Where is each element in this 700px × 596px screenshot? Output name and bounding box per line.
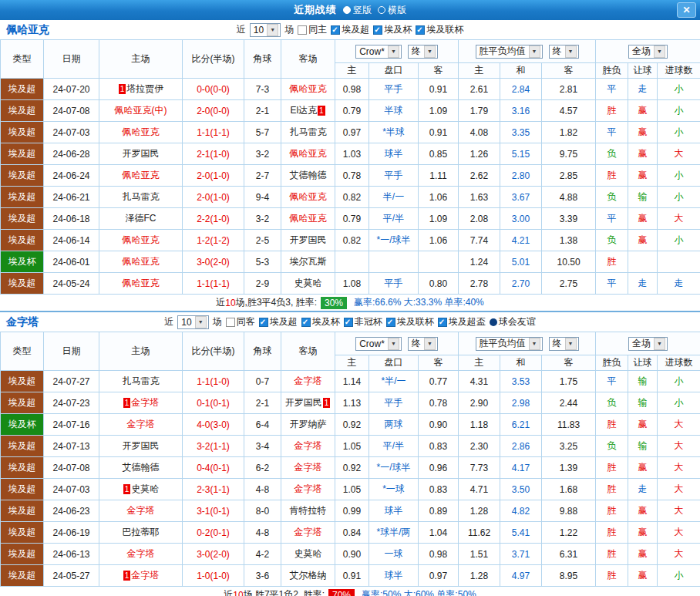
team-name-link[interactable]: 史莫哈 bbox=[131, 483, 159, 494]
team-name-link[interactable]: 埃尔瓦斯 bbox=[290, 256, 327, 267]
same-venue-filter[interactable]: 同客 bbox=[226, 315, 255, 328]
league-filter[interactable]: 埃及联杯 bbox=[386, 315, 434, 328]
league-checkbox[interactable] bbox=[301, 318, 311, 327]
odds-final-select[interactable]: 终▼ bbox=[408, 45, 438, 59]
team-name-link[interactable]: 佩哈亚克 bbox=[123, 170, 160, 180]
recent-count-select[interactable]: 10▼ bbox=[250, 23, 281, 37]
same-venue-filter[interactable]: 同主 bbox=[298, 23, 327, 36]
same-venue-checkbox[interactable] bbox=[298, 25, 307, 35]
team-name-link[interactable]: 开罗国民 bbox=[123, 148, 160, 159]
score-cell[interactable]: 0-1(0-1) bbox=[183, 392, 244, 414]
team-name-link[interactable]: 艾德翰德 bbox=[290, 170, 327, 180]
same-venue-checkbox[interactable] bbox=[226, 318, 235, 327]
avg-final-select[interactable]: 终▼ bbox=[549, 45, 579, 59]
team-name-link[interactable]: 佩哈亚克 bbox=[290, 191, 327, 202]
league-filter[interactable]: 埃及联杯 bbox=[416, 23, 463, 36]
league-checkbox[interactable] bbox=[344, 318, 353, 327]
team-name-link[interactable]: 开罗国民 bbox=[285, 397, 322, 408]
recent-count-select[interactable]: 10▼ bbox=[177, 315, 208, 329]
league-filter[interactable]: 球会友谊 bbox=[490, 315, 536, 328]
team-name-link[interactable]: 佩哈亚克 bbox=[123, 256, 160, 267]
league-filter[interactable]: 埃及超 bbox=[331, 23, 369, 36]
league-checkbox[interactable] bbox=[386, 318, 395, 327]
chevron-down-icon: ▼ bbox=[565, 338, 577, 350]
team-name-link[interactable]: 佩哈亚克 bbox=[123, 234, 160, 245]
score-cell[interactable]: 1-1(1-1) bbox=[183, 273, 244, 295]
league-filter[interactable]: 埃及超盃 bbox=[438, 315, 486, 328]
team-name-link[interactable]: 金字塔 bbox=[294, 462, 322, 473]
odds-company-select[interactable]: Crow*▼ bbox=[355, 45, 402, 59]
score-cell[interactable]: 2-2(1-0) bbox=[183, 208, 244, 230]
team-name-link[interactable]: 佩哈亚克 bbox=[290, 148, 327, 159]
score-cell[interactable]: 2-3(1-1) bbox=[183, 479, 244, 500]
close-button[interactable]: ✕ bbox=[677, 2, 696, 18]
team-name-link[interactable]: 扎马雷克 bbox=[123, 191, 160, 202]
team-name-link[interactable]: 塔拉贾伊 bbox=[126, 83, 163, 94]
team-name-link[interactable]: 金字塔 bbox=[127, 505, 155, 516]
team-name-link[interactable]: 金字塔 bbox=[294, 440, 322, 451]
team-name-link[interactable]: 佩哈亚克 bbox=[290, 213, 327, 224]
team-name-link[interactable]: 金字塔 bbox=[131, 570, 159, 581]
team-name-link[interactable]: 金字塔 bbox=[294, 483, 322, 494]
team-name-link[interactable]: El达克 bbox=[290, 105, 317, 116]
league-checkbox[interactable] bbox=[331, 25, 340, 35]
avg-type-select[interactable]: 胜平负均值▼ bbox=[476, 337, 543, 351]
team-name-link[interactable]: 扎马雷克 bbox=[123, 375, 160, 386]
score-cell[interactable]: 3-0(2-0) bbox=[183, 251, 244, 273]
score-cell[interactable]: 1-0(1-0) bbox=[183, 565, 244, 587]
avg-final-select[interactable]: 终▼ bbox=[549, 337, 579, 351]
team-name-link[interactable]: 金字塔 bbox=[131, 397, 159, 408]
team-name-link[interactable]: 艾德翰德 bbox=[123, 462, 160, 473]
odds-company-select[interactable]: Crow*▼ bbox=[355, 337, 402, 351]
score-cell[interactable]: 1-1(1-0) bbox=[183, 371, 244, 392]
score-cell[interactable]: 3-1(0-1) bbox=[183, 500, 244, 522]
team-name-link[interactable]: 肯特拉特 bbox=[290, 505, 327, 516]
team-name-link[interactable]: 史莫哈 bbox=[294, 548, 322, 559]
team-name-link[interactable]: 金字塔 bbox=[294, 375, 322, 386]
team-name-link[interactable]: 金字塔 bbox=[127, 548, 155, 559]
score-cell[interactable]: 1-1(1-1) bbox=[183, 122, 244, 143]
team-name-link[interactable]: 艾尔格纳 bbox=[290, 570, 327, 581]
team-name-link[interactable]: 金字塔 bbox=[294, 527, 322, 537]
team-name-link[interactable]: 开罗纳萨 bbox=[290, 419, 327, 429]
scope-select[interactable]: 全场▼ bbox=[628, 45, 668, 59]
score-cell[interactable]: 0-2(0-1) bbox=[183, 522, 244, 544]
league-checkbox[interactable] bbox=[259, 318, 268, 327]
team-name-link[interactable]: 史莫哈 bbox=[294, 278, 322, 288]
score-cell[interactable]: 2-0(1-0) bbox=[183, 187, 244, 208]
score-cell[interactable]: 3-2(1-1) bbox=[183, 436, 244, 457]
score-cell[interactable]: 2-1(1-0) bbox=[183, 143, 244, 165]
date-cell: 24-06-23 bbox=[44, 500, 99, 522]
league-filter[interactable]: 埃及杯 bbox=[373, 23, 412, 36]
avg-type-select[interactable]: 胜平负均值▼ bbox=[476, 45, 543, 59]
team-name-link[interactable]: 佩哈亚克 bbox=[123, 278, 160, 288]
score-cell[interactable]: 4-0(3-0) bbox=[183, 414, 244, 436]
score-cell[interactable]: 3-0(2-0) bbox=[183, 544, 244, 565]
score-cell[interactable]: 2-0(1-0) bbox=[183, 165, 244, 187]
team-name-link[interactable]: 开罗国民 bbox=[290, 234, 327, 245]
team-name-link[interactable]: 巴拉蒂耶 bbox=[123, 527, 160, 537]
chevron-down-icon: ▼ bbox=[654, 45, 665, 58]
score-cell[interactable]: 1-2(1-2) bbox=[183, 230, 244, 251]
avg-away-cell: 11.83 bbox=[542, 414, 596, 436]
league-checkbox[interactable] bbox=[416, 25, 425, 35]
league-filter[interactable]: 埃及超 bbox=[259, 315, 298, 328]
layout-option-horizontal[interactable]: 横版 bbox=[378, 4, 406, 17]
scope-select[interactable]: 全场▼ bbox=[628, 337, 668, 351]
team-name-link[interactable]: 金字塔 bbox=[127, 419, 155, 429]
team-name-link[interactable]: 佩哈亚克 bbox=[290, 83, 327, 94]
league-checkbox[interactable] bbox=[438, 318, 447, 327]
score-cell[interactable]: 0-0(0-0) bbox=[183, 79, 244, 100]
score-cell[interactable]: 0-4(0-1) bbox=[183, 457, 244, 479]
score-cell[interactable]: 2-0(0-0) bbox=[183, 100, 244, 122]
team-name-link[interactable]: 开罗国民 bbox=[123, 440, 160, 451]
league-filter[interactable]: 非冠杯 bbox=[344, 315, 382, 328]
layout-option-vertical[interactable]: 竖版 bbox=[343, 4, 372, 17]
team-name-link[interactable]: 佩哈亚克(中) bbox=[115, 105, 167, 116]
team-name-link[interactable]: 扎马雷克 bbox=[290, 126, 327, 137]
team-name-link[interactable]: 佩哈亚克 bbox=[123, 126, 160, 137]
team-name-link[interactable]: 泽德FC bbox=[126, 213, 156, 224]
league-checkbox[interactable] bbox=[373, 25, 382, 35]
odds-final-select[interactable]: 终▼ bbox=[408, 337, 438, 351]
league-filter[interactable]: 埃及杯 bbox=[301, 315, 340, 328]
